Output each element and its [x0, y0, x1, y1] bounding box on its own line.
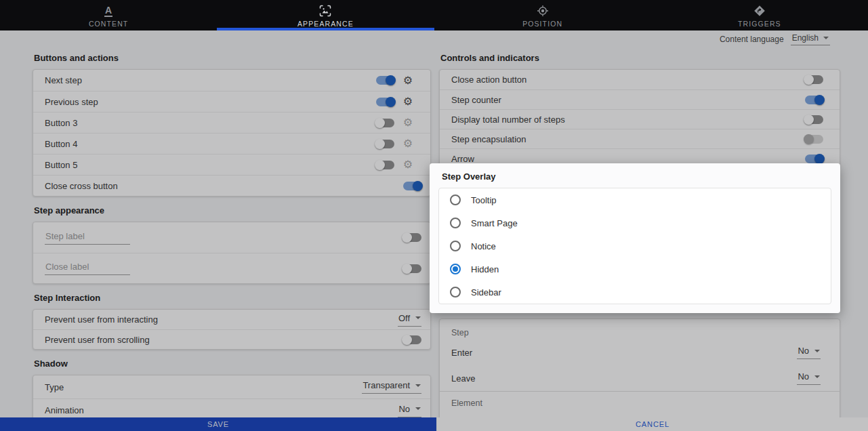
row-label: Button 4 — [45, 139, 376, 149]
tab-label: APPEARANCE — [297, 20, 354, 28]
row-label: Next step — [45, 75, 376, 85]
radio-icon[interactable] — [450, 241, 461, 251]
row-label: Close cross button — [45, 181, 403, 191]
top-tab-bar: A CONTENT APPEARANCE POSITION — [0, 0, 868, 30]
buttons-and-actions-section: Buttons and actions Next step ⚙ Previous… — [33, 53, 431, 197]
row-label: Type — [45, 382, 362, 392]
section-title: Step Interaction — [34, 293, 431, 303]
close-label-toggle[interactable] — [403, 264, 421, 273]
option-tooltip[interactable]: Tooltip — [439, 188, 831, 211]
radio-icon[interactable] — [450, 264, 461, 274]
tab-content[interactable]: A CONTENT — [0, 0, 217, 30]
content-language-value: English — [792, 33, 819, 43]
option-hidden[interactable]: Hidden — [439, 258, 831, 281]
step-counter-toggle[interactable] — [805, 96, 823, 104]
row-label: Animation — [45, 405, 398, 415]
content-language-bar: Content language English — [720, 33, 830, 45]
gear-icon[interactable]: ⚙ — [403, 159, 413, 170]
chevron-down-icon — [823, 37, 829, 39]
setting-row-button-5: Button 5 ⚙ — [33, 154, 430, 175]
step-encapsulation-toggle[interactable] — [805, 135, 823, 144]
row-label: Previous step — [45, 97, 376, 107]
content-language-select[interactable]: English — [791, 33, 830, 45]
row-label: Button 5 — [45, 160, 376, 170]
save-button[interactable]: SAVE — [0, 417, 436, 431]
panel-title: Step Overlay — [442, 171, 831, 182]
controls-and-indicators-section: Controls and indicators Close action but… — [439, 53, 840, 169]
step-appearance-section: Step appearance Step label Close label — [33, 205, 431, 284]
radio-icon[interactable] — [450, 218, 461, 228]
prevent-scrolling-toggle[interactable] — [403, 335, 421, 344]
setting-row-close-cross-button: Close cross button — [33, 175, 430, 196]
row-label: Close action button — [451, 75, 805, 85]
row-label: Button 3 — [45, 118, 376, 128]
buttons-and-actions-card: Next step ⚙ Previous step ⚙ Button 3 ⚙ B… — [33, 69, 431, 197]
shadow-type-row: Type Transparent — [33, 375, 430, 398]
shadow-section: Shadow Type Transparent Animation No — [33, 358, 431, 422]
step-label-toggle[interactable] — [403, 233, 421, 242]
option-label: Notice — [471, 241, 496, 251]
section-title: Shadow — [34, 358, 431, 369]
shadow-card: Type Transparent Animation No — [33, 375, 431, 422]
tab-position[interactable]: POSITION — [434, 0, 651, 30]
step-enter-dropdown[interactable]: No — [797, 346, 821, 359]
arrow-toggle[interactable] — [805, 155, 823, 163]
close-label-input[interactable]: Close label — [45, 262, 130, 275]
option-smart-page[interactable]: Smart Page — [439, 211, 831, 234]
tab-triggers[interactable]: TRIGGERS — [651, 0, 868, 30]
display-total-steps-toggle[interactable] — [805, 115, 823, 124]
active-tab-indicator — [217, 28, 434, 30]
step-overlay-options: Tooltip Smart Page Notice Hidden Sidebar — [438, 188, 831, 304]
option-label: Hidden — [471, 264, 499, 274]
radio-icon[interactable] — [450, 194, 461, 205]
close-cross-button-toggle[interactable] — [403, 182, 421, 190]
gear-icon[interactable]: ⚙ — [403, 75, 413, 86]
option-label: Sidebar — [471, 287, 501, 297]
animation-group-element-label: Element — [440, 391, 840, 410]
step-leave-dropdown[interactable]: No — [797, 371, 821, 385]
next-step-toggle[interactable] — [376, 76, 394, 85]
tab-label: POSITION — [522, 20, 562, 28]
cancel-button[interactable]: CANCEL — [437, 417, 868, 431]
step-interaction-card: Prevent user from interacting Off Preven… — [33, 309, 431, 350]
content-language-label: Content language — [720, 35, 784, 44]
button-5-toggle[interactable] — [376, 161, 394, 169]
chevron-down-icon — [814, 375, 820, 378]
tab-appearance[interactable]: APPEARANCE — [217, 0, 434, 30]
tab-label: TRIGGERS — [738, 20, 781, 28]
prevent-scrolling-row: Prevent user from scrolling — [33, 329, 430, 349]
step-interaction-section: Step Interaction Prevent user from inter… — [33, 293, 431, 350]
setting-row-previous-step: Previous step ⚙ — [33, 91, 430, 112]
gear-icon[interactable]: ⚙ — [403, 138, 413, 149]
chevron-down-icon — [415, 316, 421, 319]
step-appearance-card: Step label Close label — [33, 222, 431, 284]
image-frame-icon — [319, 5, 331, 17]
button-3-toggle[interactable] — [376, 119, 394, 127]
setting-row-next-step: Next step ⚙ — [33, 70, 430, 91]
tab-label: CONTENT — [89, 20, 128, 28]
option-label: Smart Page — [471, 218, 518, 228]
row-label: Step counter — [451, 95, 805, 105]
shadow-animation-dropdown[interactable]: No — [398, 404, 421, 417]
option-sidebar[interactable]: Sidebar — [439, 281, 831, 304]
setting-row-button-3: Button 3 ⚙ — [33, 112, 430, 133]
step-label-input[interactable]: Step label — [45, 231, 130, 245]
left-column: Buttons and actions Next step ⚙ Previous… — [33, 53, 431, 431]
prevent-interacting-dropdown[interactable]: Off — [398, 313, 421, 327]
shadow-type-dropdown[interactable]: Transparent — [362, 380, 421, 394]
row-label: Leave — [451, 373, 797, 384]
close-action-button-toggle[interactable] — [805, 75, 823, 84]
animation-section: Animation Step Enter No Leave No Element… — [439, 302, 840, 431]
radio-icon[interactable] — [450, 287, 461, 297]
gear-icon[interactable]: ⚙ — [403, 117, 413, 128]
gear-icon[interactable]: ⚙ — [403, 96, 413, 107]
position-target-icon — [537, 5, 549, 17]
button-4-toggle[interactable] — [376, 140, 394, 148]
step-label-row: Step label — [33, 222, 430, 253]
chevron-down-icon — [415, 384, 421, 387]
step-enter-row: Enter No — [440, 340, 840, 365]
option-notice[interactable]: Notice — [439, 234, 831, 258]
option-label: Tooltip — [471, 195, 497, 205]
previous-step-toggle[interactable] — [376, 98, 394, 106]
text-format-icon: A — [104, 5, 112, 17]
